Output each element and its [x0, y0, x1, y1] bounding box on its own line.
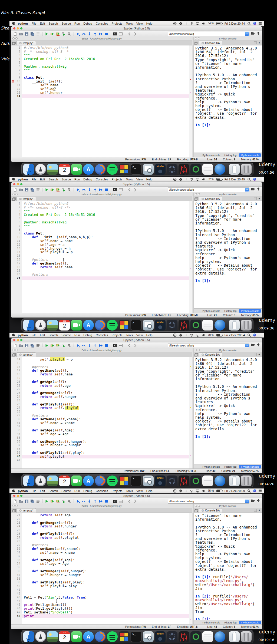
code-line[interactable]: 37 self.hunger = hunger — [11, 573, 192, 577]
step-into-button[interactable] — [87, 343, 92, 348]
step-over-button[interactable] — [81, 499, 86, 504]
continue-execution-button[interactable] — [98, 343, 103, 348]
save-all-button[interactable] — [30, 499, 35, 504]
browse-directory-button[interactable] — [251, 343, 255, 348]
layout-button[interactable] — [118, 343, 123, 348]
screen-record-icon[interactable] — [173, 177, 177, 181]
browse-tabs-icon[interactable] — [12, 197, 16, 200]
tab-close-icon[interactable]: × — [19, 42, 22, 44]
apple-menu[interactable] — [12, 177, 15, 181]
console-output-area[interactable]: Python 3.5.2 |Anaconda 4.2.0(x86_64)| (d… — [194, 45, 262, 153]
volume-icon[interactable] — [202, 333, 205, 337]
code-line[interactable]: 18 return self.name — [11, 265, 192, 269]
continue-execution-button[interactable] — [98, 499, 103, 504]
launchpad-dock-icon[interactable] — [35, 320, 46, 331]
menu-file[interactable]: File — [32, 489, 37, 493]
spyder-dock-icon[interactable] — [179, 631, 189, 642]
python-console-button[interactable] — [113, 499, 117, 504]
configure-button[interactable] — [67, 32, 72, 36]
code-line[interactable]: 1#!/usr/bin/env python3 — [11, 46, 192, 50]
launcher-icon[interactable] — [179, 177, 183, 181]
code-line[interactable]: 35 — [11, 566, 192, 569]
calendar-dock-icon[interactable] — [59, 631, 70, 642]
menu-tools[interactable]: Tools — [126, 489, 133, 493]
step-return-button[interactable] — [93, 187, 97, 192]
spyder-dock-icon[interactable] — [179, 320, 189, 331]
app-menu[interactable]: python — [18, 489, 28, 493]
facetime-dock-icon[interactable] — [71, 631, 82, 642]
code-line[interactable]: 42 — [11, 592, 192, 596]
parent-directory-button[interactable] — [256, 343, 260, 348]
spotlight-icon[interactable] — [247, 22, 251, 25]
pane-undock-icon[interactable] — [198, 505, 200, 507]
code-line[interactable]: 48print — [11, 614, 192, 618]
debug-file-button[interactable] — [76, 499, 80, 504]
wifi-icon[interactable] — [190, 333, 193, 337]
window-titlebar[interactable]: Spyder (Python 3.5) — [11, 494, 262, 498]
anaconda-dock-icon[interactable] — [190, 475, 201, 486]
code-line[interactable]: 26 def getPlayful(self): — [11, 402, 192, 406]
code-line[interactable]: 3""" — [11, 54, 192, 57]
browse-directory-button[interactable] — [251, 31, 255, 36]
console-options-icon[interactable]: ✦ — [258, 509, 260, 512]
code-line[interactable]: 27 return self.playful — [11, 406, 192, 410]
footer-tab-python-console[interactable]: Python console — [201, 621, 222, 624]
terminal-dock-icon[interactable] — [131, 164, 141, 175]
save-all-button[interactable] — [30, 187, 35, 192]
console-output-area[interactable]: Python 3.5.2 |Anaconda 4.2.0(x86_64)| (d… — [194, 201, 262, 308]
footer-tab-history-log[interactable]: History log — [223, 621, 238, 624]
code-line[interactable]: 17 def getName(self): — [11, 262, 192, 265]
code-line[interactable]: 27 return self.playful — [11, 536, 192, 540]
notes-dock-icon[interactable] — [202, 475, 213, 486]
bluesphere-dock-icon[interactable] — [215, 475, 225, 486]
knot-dock-icon[interactable] — [167, 164, 177, 175]
run-cell-button[interactable] — [50, 32, 55, 36]
firefox-dock-icon[interactable] — [95, 164, 106, 175]
new-file-button[interactable] — [13, 187, 18, 192]
volume-icon[interactable] — [202, 489, 205, 493]
forward-button[interactable] — [133, 32, 137, 36]
tab-temp-py[interactable]: ×temp.py* — [17, 197, 36, 201]
menu-debug[interactable]: Debug — [83, 22, 92, 25]
menu-view[interactable]: View — [136, 333, 143, 337]
code-line[interactable]: 41 — [11, 458, 192, 462]
pane-splitter[interactable] — [192, 504, 194, 625]
footer-tab-python-console[interactable]: Python console — [201, 465, 222, 468]
finder-dock-icon[interactable] — [23, 631, 34, 642]
anaconda-dock-icon[interactable] — [190, 164, 201, 175]
pane-options-icon[interactable] — [195, 37, 197, 39]
interrupt-kernel-icon[interactable] — [254, 509, 257, 512]
code-line[interactable]: 36 def setHunger(self,hunger): — [11, 569, 192, 573]
code-line[interactable]: 28 — [11, 410, 192, 414]
code-line[interactable]: 5 — [11, 217, 192, 220]
working-directory-combobox[interactable]: /Users/maxschallwig▾ — [168, 343, 249, 348]
code-line[interactable]: 39 def setPlayful(self,play): — [11, 580, 192, 584]
notification-center-icon[interactable] — [259, 178, 262, 180]
code-line[interactable]: 34 self.age = Age — [11, 432, 192, 436]
code-line[interactable]: 35 — [11, 436, 192, 440]
editor-scrollflag[interactable] — [189, 201, 192, 313]
firefox-dock-icon[interactable] — [95, 320, 106, 331]
notes-dock-icon[interactable] — [202, 164, 213, 175]
code-line[interactable]: 10 __init__(self): — [11, 80, 192, 83]
back-button[interactable] — [127, 32, 132, 36]
back-button[interactable] — [127, 343, 132, 348]
launcher-icon[interactable] — [179, 489, 183, 493]
menu-source[interactable]: Source — [61, 333, 71, 337]
appstore-dock-icon[interactable] — [83, 164, 94, 175]
launcher-icon[interactable] — [179, 22, 183, 25]
spotify-dock-icon[interactable] — [107, 164, 118, 175]
pane-options-icon[interactable] — [12, 193, 15, 195]
finder-dock-icon[interactable] — [23, 320, 34, 331]
step-return-button[interactable] — [93, 499, 97, 504]
run-selection-button[interactable] — [61, 32, 66, 36]
photos-dock-icon[interactable] — [47, 631, 58, 642]
code-line[interactable]: 17 def getName(self): — [11, 369, 192, 372]
menu-help[interactable]: Help — [146, 489, 153, 493]
spotlight-icon[interactable] — [247, 489, 251, 493]
run-cell-advance-button[interactable] — [56, 187, 60, 192]
app-menu[interactable]: python — [18, 178, 28, 181]
spyder-dock-icon[interactable] — [179, 164, 189, 175]
code-line[interactable]: 24 return self.hunger — [11, 524, 192, 528]
menu-run[interactable]: Run — [74, 489, 80, 493]
